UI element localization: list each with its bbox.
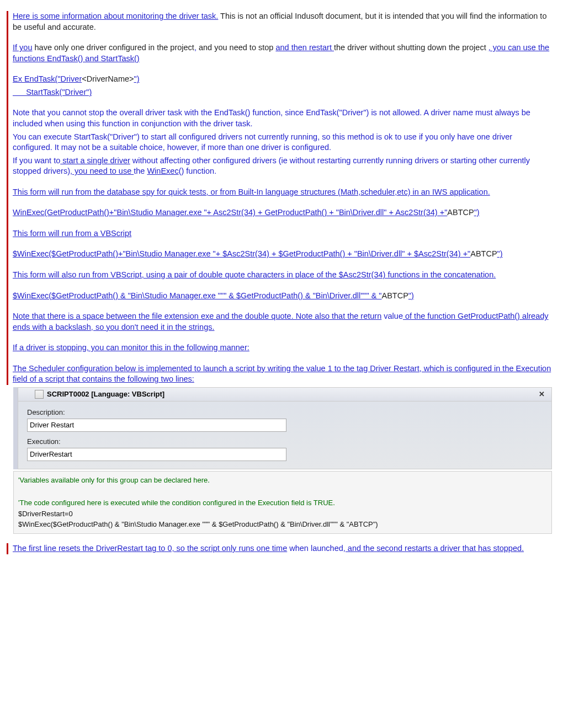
- t: the: [134, 167, 147, 175]
- code-line: 'Variables available only for this group…: [18, 475, 547, 486]
- para-first-line: The first line resets the DriverRestart …: [13, 543, 552, 554]
- t: ABTCP: [447, 208, 474, 217]
- para-form-vbscript: This form will run from a VBScript: [13, 228, 552, 239]
- t: StartTask("Driver"): [13, 88, 92, 97]
- para-note-space: Note that there is a space between the f…: [13, 311, 552, 333]
- para-single-driver: If you have only one driver configured i…: [13, 42, 552, 64]
- code-line: $WinExec($GetProductPath() & "Bin\Studio…: [18, 519, 547, 530]
- code-winexec-builtin: WinExec(GetProductPath()+"Bin\Studio Man…: [13, 207, 552, 218]
- para-note-endtask: Note that you cannot stop the overall dr…: [13, 108, 552, 129]
- para-starttask-all: You can execute StartTask("Driver") to s…: [13, 132, 552, 153]
- t: , and the second restarts a drive: [343, 544, 458, 553]
- t: and you need to stop: [196, 43, 276, 52]
- t: "): [134, 74, 140, 83]
- t: Here is some information about monitorin…: [13, 12, 218, 20]
- t: "): [474, 208, 480, 217]
- para-scheduler-config: The Scheduler configuration below is imp…: [13, 363, 552, 385]
- code-winexec-dblquote: $WinExec($GetProductPath() & "Bin\Studio…: [13, 291, 552, 302]
- t: and then restart: [275, 43, 334, 52]
- t: r that has stopped.: [458, 544, 524, 553]
- para-form-dblquote: This form will also run from VBScript, u…: [13, 270, 552, 281]
- example-endtask: Ex EndTask("Driver<DriverName>"): [13, 74, 552, 85]
- execution-field[interactable]: [27, 448, 286, 461]
- para-winexec-intro: If you want to start a single driver wit…: [13, 156, 552, 177]
- t: start a single driver: [60, 156, 130, 165]
- t: $WinExec($GetProductPath() & "Bin\Studio…: [13, 291, 382, 300]
- execution-label: Execution:: [27, 437, 543, 446]
- script-editor-header: SCRIPT0002 [Language: VBScript] ✕ Descri…: [13, 387, 552, 469]
- t: () function.: [179, 167, 217, 175]
- t: If you want to: [13, 156, 60, 165]
- code-winexec-vbs: $WinExec($GetProductPath()+"Bin\Studio M…: [13, 249, 552, 260]
- t: ABTCP: [470, 249, 497, 258]
- t: value: [381, 312, 403, 320]
- code-line: $DriverRestart=0: [18, 508, 547, 520]
- t: the driver without shutting down the pro…: [334, 43, 488, 52]
- t: WinExec: [147, 167, 178, 175]
- tab-bar: SCRIPT0002 [Language: VBScript] ✕: [18, 387, 552, 402]
- t: have only one driver configured in the p…: [32, 43, 194, 52]
- tab-title[interactable]: SCRIPT0002 [Language: VBScript]: [47, 390, 164, 398]
- script-icon: [35, 390, 44, 399]
- t: when launched: [287, 544, 343, 553]
- t: WinExec(GetProductPath()+"Bin\Studio Man…: [13, 208, 447, 217]
- code-line: 'The code configured here is executed wh…: [18, 497, 547, 508]
- t: If you: [13, 43, 32, 52]
- example-starttask: StartTask("Driver"): [13, 87, 552, 98]
- t: "): [497, 249, 503, 258]
- script-code-body[interactable]: 'Variables available only for this group…: [13, 471, 552, 534]
- t: $WinExec($GetProductPath()+"Bin\Studio M…: [13, 249, 470, 258]
- t: The first line resets the DriverRestart …: [13, 544, 287, 553]
- para-intro: Here is some information about monitorin…: [13, 11, 552, 33]
- script-form: Description: Execution:: [18, 402, 552, 469]
- para-form-dbspy: This form will run from the database spy…: [13, 187, 552, 198]
- t: , you need to use: [70, 167, 134, 175]
- t: ABTCP: [382, 291, 408, 300]
- t: Ex EndTask("Driver: [13, 74, 82, 83]
- description-field[interactable]: [27, 419, 286, 432]
- t: Note that there is a space between the f…: [13, 312, 381, 320]
- close-icon[interactable]: ✕: [539, 390, 545, 398]
- para-monitor-stopping: If a driver is stopping, you can monitor…: [13, 342, 552, 354]
- description-label: Description:: [27, 408, 543, 416]
- t: <DriverName>: [82, 74, 134, 83]
- t: "): [408, 291, 414, 300]
